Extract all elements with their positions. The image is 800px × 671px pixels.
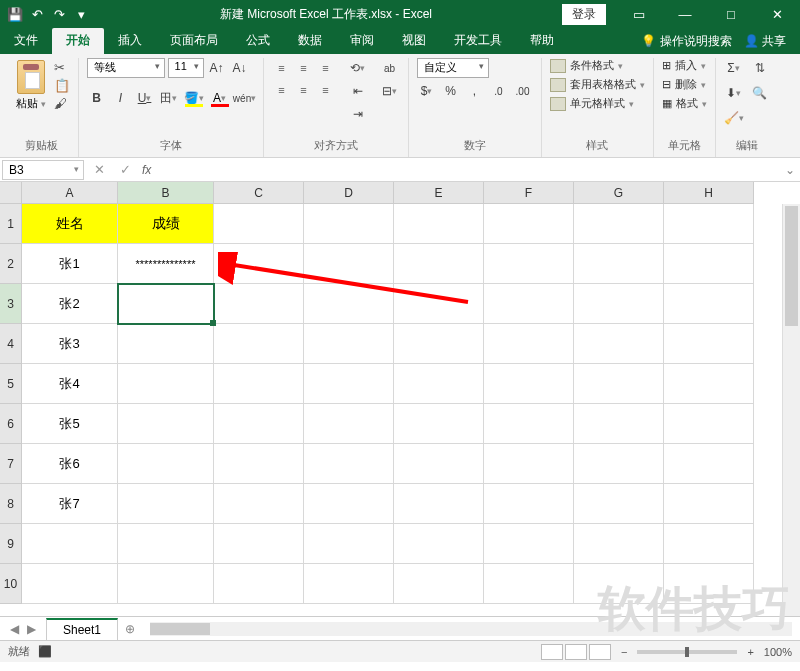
cell[interactable] [574, 484, 664, 524]
cell[interactable]: 张2 [22, 284, 118, 324]
wrap-text-icon[interactable]: ab [380, 58, 400, 78]
cell[interactable] [484, 284, 574, 324]
cell[interactable]: 张1 [22, 244, 118, 284]
cell[interactable] [118, 324, 214, 364]
name-box[interactable]: B3 [2, 160, 84, 180]
pagebreak-view-icon[interactable] [589, 644, 611, 660]
cell[interactable] [118, 524, 214, 564]
cell[interactable] [484, 364, 574, 404]
zoom-in-icon[interactable]: + [747, 646, 753, 658]
fill-color-button[interactable]: 🪣 [183, 88, 205, 108]
row-header[interactable]: 8 [0, 484, 22, 524]
cell[interactable] [304, 484, 394, 524]
align-bottom-icon[interactable]: ≡ [316, 58, 336, 78]
tell-me[interactable]: 💡 操作说明搜索 [641, 33, 731, 50]
align-right-icon[interactable]: ≡ [316, 80, 336, 100]
close-icon[interactable]: ✕ [754, 0, 800, 28]
row-header[interactable]: 3 [0, 284, 22, 324]
active-cell[interactable] [118, 284, 214, 324]
row-header[interactable]: 5 [0, 364, 22, 404]
align-center-icon[interactable]: ≡ [294, 80, 314, 100]
cell[interactable]: 姓名 [22, 204, 118, 244]
confirm-formula-icon[interactable]: ✓ [112, 162, 138, 177]
cell[interactable]: 张4 [22, 364, 118, 404]
expand-formula-icon[interactable]: ⌄ [780, 163, 800, 177]
cell[interactable] [484, 404, 574, 444]
tab-dev[interactable]: 开发工具 [440, 28, 516, 54]
cell[interactable] [664, 244, 754, 284]
cell[interactable] [394, 484, 484, 524]
grow-font-icon[interactable]: A↑ [207, 58, 227, 78]
clear-icon[interactable]: 🧹 [724, 108, 744, 128]
zoom-slider[interactable] [637, 650, 737, 654]
cell[interactable] [574, 324, 664, 364]
font-color-button[interactable]: A [209, 88, 231, 108]
tab-view[interactable]: 视图 [388, 28, 440, 54]
select-all-corner[interactable] [0, 182, 22, 204]
cell[interactable] [574, 364, 664, 404]
cell[interactable]: 张5 [22, 404, 118, 444]
cell[interactable] [214, 524, 304, 564]
col-header[interactable]: A [22, 182, 118, 204]
cell[interactable] [214, 364, 304, 404]
vertical-scrollbar[interactable] [782, 204, 800, 616]
horizontal-scrollbar[interactable] [150, 622, 792, 636]
tab-insert[interactable]: 插入 [104, 28, 156, 54]
ribbon-options-icon[interactable]: ▭ [616, 0, 662, 28]
pagelayout-view-icon[interactable] [565, 644, 587, 660]
redo-icon[interactable]: ↷ [50, 5, 68, 23]
cell[interactable] [304, 364, 394, 404]
cell[interactable] [304, 564, 394, 604]
zoom-level[interactable]: 100% [764, 646, 792, 658]
bold-button[interactable]: B [87, 88, 107, 108]
underline-button[interactable]: U [135, 88, 155, 108]
cell[interactable] [394, 284, 484, 324]
align-left-icon[interactable]: ≡ [272, 80, 292, 100]
macro-record-icon[interactable]: ⬛ [38, 645, 52, 658]
border-button[interactable]: 田 [159, 88, 179, 108]
normal-view-icon[interactable] [541, 644, 563, 660]
zoom-out-icon[interactable]: − [621, 646, 627, 658]
row-header[interactable]: 7 [0, 444, 22, 484]
tab-layout[interactable]: 页面布局 [156, 28, 232, 54]
cell[interactable] [22, 564, 118, 604]
paste-button[interactable]: 粘贴 [14, 58, 48, 136]
cell[interactable] [304, 324, 394, 364]
inc-decimal-icon[interactable]: .0 [489, 81, 509, 101]
maximize-icon[interactable]: □ [708, 0, 754, 28]
cell[interactable] [664, 204, 754, 244]
sheet-tab[interactable]: Sheet1 [46, 618, 118, 640]
phonetic-button[interactable]: wén [235, 88, 255, 108]
cell[interactable] [574, 284, 664, 324]
save-icon[interactable]: 💾 [6, 5, 24, 23]
cell[interactable] [304, 284, 394, 324]
tab-help[interactable]: 帮助 [516, 28, 568, 54]
cell[interactable] [664, 324, 754, 364]
cell[interactable] [574, 444, 664, 484]
cell[interactable] [214, 444, 304, 484]
table-format-button[interactable]: 套用表格格式 [550, 77, 645, 92]
col-header[interactable]: F [484, 182, 574, 204]
cell[interactable] [394, 524, 484, 564]
cell[interactable] [664, 524, 754, 564]
cell[interactable] [574, 204, 664, 244]
align-top-icon[interactable]: ≡ [272, 58, 292, 78]
cell[interactable] [484, 524, 574, 564]
cell[interactable] [214, 204, 304, 244]
sheet-nav-prev-icon[interactable]: ◀ [10, 622, 19, 636]
row-header[interactable]: 1 [0, 204, 22, 244]
row-header[interactable]: 6 [0, 404, 22, 444]
cell[interactable] [574, 564, 664, 604]
spreadsheet-grid[interactable]: A B C D E F G H 1 姓名 成绩 2 张1 ***********… [0, 182, 800, 604]
cell[interactable] [484, 324, 574, 364]
cell[interactable] [118, 444, 214, 484]
cell[interactable] [304, 244, 394, 284]
cancel-formula-icon[interactable]: ✕ [86, 162, 112, 177]
cell[interactable] [484, 204, 574, 244]
cell[interactable] [304, 204, 394, 244]
cell[interactable] [394, 444, 484, 484]
cell[interactable] [214, 484, 304, 524]
col-header[interactable]: E [394, 182, 484, 204]
cell[interactable] [484, 444, 574, 484]
tab-file[interactable]: 文件 [0, 28, 52, 54]
